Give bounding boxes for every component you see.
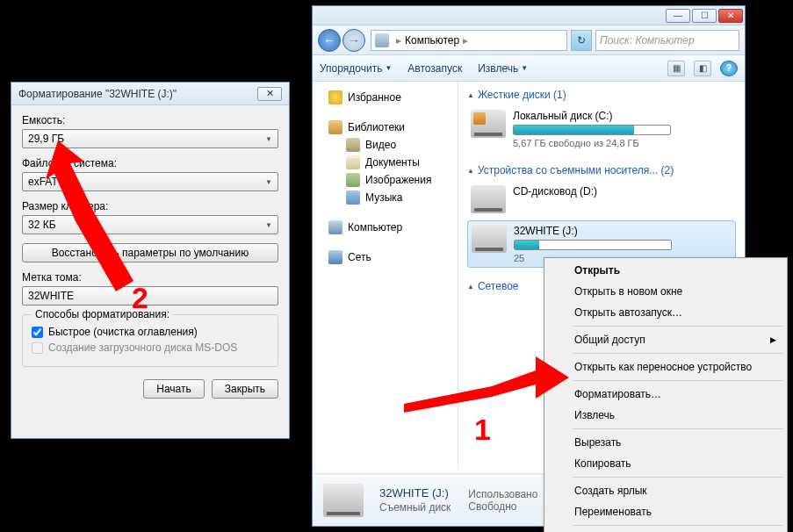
group-removable[interactable]: ▲Устройства со съемными носителя... (2) xyxy=(467,164,736,176)
filesystem-select[interactable]: exFAT▼ xyxy=(22,172,278,191)
ctx-open[interactable]: Открыть xyxy=(546,260,785,281)
refresh-button[interactable]: ↻ xyxy=(571,30,592,51)
volume-input[interactable]: 32WHITE xyxy=(22,286,278,306)
removable-icon xyxy=(323,484,364,517)
sidebar-item-video[interactable]: Видео xyxy=(313,136,458,154)
group-hard-disks[interactable]: ▲Жесткие диски (1) xyxy=(467,89,736,101)
status-free-label: Свободно xyxy=(468,500,537,513)
ctx-copy[interactable]: Копировать xyxy=(546,453,785,474)
ctx-share[interactable]: Общий доступ▶ xyxy=(546,329,785,350)
preview-pane-icon[interactable]: ◧ xyxy=(694,61,711,76)
minimize-button[interactable]: — xyxy=(666,9,690,23)
cd-icon xyxy=(471,185,506,213)
sidebar-item-documents[interactable]: Документы xyxy=(313,154,458,171)
drive-c[interactable]: Локальный диск (C:) 5,67 ГБ свободно из … xyxy=(467,106,736,152)
ctx-open-new-window[interactable]: Открыть в новом окне xyxy=(546,281,785,302)
ctx-open-autoplay[interactable]: Открыть автозапуск… xyxy=(546,302,785,323)
dialog-title: Форматирование "32WHITE (J:)" xyxy=(18,88,177,100)
sidebar-item-music[interactable]: Музыка xyxy=(313,189,458,206)
ctx-open-portable[interactable]: Открыть как переносное устройство xyxy=(546,356,785,377)
sidebar-item-network[interactable]: Сеть xyxy=(313,248,458,266)
bootdisk-checkbox: Создание загрузочного диска MS-DOS xyxy=(32,341,269,354)
autoplay-button[interactable]: Автозапуск xyxy=(407,62,462,75)
images-icon xyxy=(346,173,360,187)
toolbar: Упорядочить▼ Автозапуск Извлечь▼ ▦ ◧ ? xyxy=(313,55,745,82)
ctx-eject[interactable]: Извлечь xyxy=(546,405,785,426)
restore-defaults-button[interactable]: Восстановить параметры по умолчанию xyxy=(22,243,278,262)
libraries-icon xyxy=(328,120,342,134)
maximize-button[interactable]: ☐ xyxy=(692,9,717,23)
status-drive-name: 32WHITE (J:) xyxy=(379,486,451,500)
star-icon xyxy=(328,90,342,104)
quick-format-checkbox[interactable]: Быстрое (очистка оглавления) xyxy=(32,326,269,338)
hdd-icon xyxy=(471,110,506,138)
computer-icon xyxy=(375,33,389,47)
cancel-button[interactable]: Закрыть xyxy=(212,379,278,399)
navigation-pane: Избранное Библиотеки Видео Документы Изо… xyxy=(313,82,458,468)
dialog-title-bar: Форматирование "32WHITE (J:)" ✕ xyxy=(11,83,289,105)
breadcrumb-computer[interactable]: Компьютер xyxy=(405,34,459,47)
sidebar-item-computer[interactable]: Компьютер xyxy=(313,219,458,236)
close-button[interactable]: ✕ xyxy=(718,9,743,23)
ctx-rename[interactable]: Переименовать xyxy=(546,501,785,522)
nav-bar: ← → ▸ Компьютер ▸ ↻ Поиск: Компьютер xyxy=(313,25,745,55)
back-button[interactable]: ← xyxy=(318,29,341,52)
help-icon[interactable]: ? xyxy=(720,61,738,76)
ctx-format[interactable]: Форматировать… xyxy=(546,384,785,405)
ctx-properties[interactable]: Свойства xyxy=(546,528,785,532)
view-icon[interactable]: ▦ xyxy=(667,61,685,76)
dialog-close-button[interactable]: ✕ xyxy=(257,87,282,101)
status-drive-type: Съемный диск xyxy=(379,501,451,514)
forward-button[interactable]: → xyxy=(342,29,365,52)
eject-button[interactable]: Извлечь▼ xyxy=(478,62,528,75)
methods-legend: Способы форматирования: xyxy=(32,308,173,320)
address-bar[interactable]: ▸ Компьютер ▸ xyxy=(371,30,567,51)
start-button[interactable]: Начать xyxy=(143,379,205,399)
music-icon xyxy=(346,191,360,205)
video-icon xyxy=(346,138,360,152)
capacity-select[interactable]: 29,9 ГБ▼ xyxy=(22,129,278,148)
sidebar-item-libraries[interactable]: Библиотеки xyxy=(313,119,458,136)
removable-icon xyxy=(472,225,507,253)
drive-d[interactable]: CD-дисковод (D:) xyxy=(467,182,736,217)
context-menu: Открыть Открыть в новом окне Открыть авт… xyxy=(544,257,788,532)
capacity-label: Емкость: xyxy=(22,114,278,126)
format-dialog: Форматирование "32WHITE (J:)" ✕ Емкость:… xyxy=(11,82,290,439)
title-bar: — ☐ ✕ xyxy=(313,6,745,25)
status-used-label: Использовано xyxy=(468,488,537,500)
cluster-label: Размер кластера: xyxy=(22,200,278,212)
annotation-number-2: 2 xyxy=(132,281,148,315)
sidebar-item-favorites[interactable]: Избранное xyxy=(313,89,458,106)
cluster-select[interactable]: 32 КБ▼ xyxy=(22,215,278,234)
organize-menu[interactable]: Упорядочить▼ xyxy=(320,62,392,75)
documents-icon xyxy=(346,155,360,169)
ctx-create-shortcut[interactable]: Создать ярлык xyxy=(546,480,785,501)
network-icon xyxy=(328,250,342,264)
volume-label: Метка тома: xyxy=(22,271,278,284)
search-input[interactable]: Поиск: Компьютер xyxy=(595,30,739,51)
filesystem-label: Файловая система: xyxy=(22,157,278,169)
ctx-cut[interactable]: Вырезать xyxy=(546,432,785,453)
format-methods-fieldset: Способы форматирования: Быстрое (очистка… xyxy=(22,314,278,367)
sidebar-item-images[interactable]: Изображения xyxy=(313,171,458,189)
annotation-number-1: 1 xyxy=(474,413,491,447)
computer-icon xyxy=(328,220,342,234)
